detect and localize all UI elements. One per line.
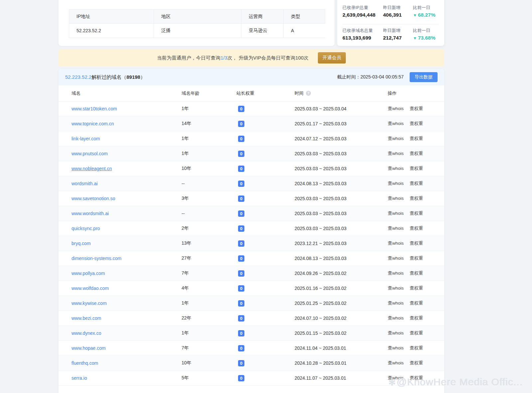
- whois-lookup-link[interactable]: 查whois: [388, 136, 404, 142]
- whois-lookup-link[interactable]: 查whois: [388, 121, 404, 127]
- domain-link[interactable]: www.topnice.com.cn: [71, 121, 114, 126]
- whois-lookup-link[interactable]: 查whois: [388, 315, 404, 321]
- weight-lookup-link[interactable]: 查权重: [410, 285, 423, 291]
- weight-lookup-link[interactable]: 查权重: [410, 136, 423, 142]
- weight-lookup-link[interactable]: 查权重: [410, 106, 423, 112]
- domain-link[interactable]: serra.io: [71, 375, 87, 381]
- table-row: www.bezi.com22年02024.07.10 ~ 2025.03.02查…: [59, 311, 444, 326]
- weight-lookup-link[interactable]: 查权重: [410, 300, 423, 306]
- whois-lookup-link[interactable]: 查whois: [388, 285, 404, 291]
- weight-lookup-link[interactable]: 查权重: [410, 240, 423, 246]
- weight-lookup-link[interactable]: 查权重: [410, 330, 423, 336]
- domain-link[interactable]: www.pnutsol.com: [71, 151, 108, 156]
- whois-lookup-link[interactable]: 查whois: [388, 196, 404, 201]
- weight-lookup-link[interactable]: 查权重: [410, 196, 423, 201]
- whois-lookup-link[interactable]: 查whois: [388, 181, 404, 187]
- weight-badge[interactable]: 0: [238, 106, 244, 112]
- help-icon[interactable]: ?: [306, 91, 311, 96]
- weight-lookup-link[interactable]: 查权重: [410, 166, 423, 172]
- ip-col-header-type: 类型: [284, 10, 326, 23]
- weight-lookup-link[interactable]: 查权重: [410, 375, 423, 381]
- domain-link[interactable]: link-layer.com: [71, 136, 100, 141]
- weight-badge[interactable]: 0: [238, 270, 244, 277]
- domain-age: 10年: [182, 166, 192, 171]
- weight-badge[interactable]: 0: [238, 345, 244, 351]
- whois-lookup-link[interactable]: 查whois: [388, 330, 404, 336]
- domain-link[interactable]: www.wordsmith.ai: [71, 211, 109, 216]
- whois-lookup-link[interactable]: 查whois: [388, 375, 404, 381]
- weight-lookup-link[interactable]: 查权重: [410, 360, 423, 366]
- open-vip-button[interactable]: 开通会员: [318, 52, 346, 64]
- weight-badge[interactable]: 0: [238, 255, 244, 262]
- whois-lookup-link[interactable]: 查whois: [388, 225, 404, 231]
- table-row: wordsmith.ai--02024.08.13 ~ 2025.03.03查w…: [59, 176, 444, 191]
- export-data-button[interactable]: 导出数据: [410, 72, 438, 82]
- resolve-period: 2025.03.03 ~ 2025.03.03: [295, 166, 346, 171]
- domain-link[interactable]: www.hopae.com: [71, 345, 106, 351]
- weight-badge[interactable]: 0: [238, 196, 244, 202]
- quota-link[interactable]: 1/3: [220, 55, 227, 61]
- domain-link[interactable]: www.dynex.co: [71, 330, 101, 336]
- domain-link[interactable]: www.nobleagent.cn: [71, 166, 112, 171]
- domain-link[interactable]: www.bezi.com: [71, 316, 101, 321]
- weight-badge[interactable]: 0: [238, 315, 244, 322]
- weight-lookup-link[interactable]: 查权重: [410, 270, 423, 276]
- table-row: quicksync.pro2年02025.03.03 ~ 2025.03.03查…: [59, 221, 444, 236]
- resolved-domains-card: 52.223.52.2解析过的域名（89198） 截止时间：2025-03-04…: [59, 69, 444, 393]
- weight-badge[interactable]: 0: [238, 375, 244, 381]
- domain-link[interactable]: www.savetonotion.so: [71, 196, 115, 201]
- weight-lookup-link[interactable]: 查权重: [410, 151, 423, 157]
- weight-lookup-link[interactable]: 查权重: [410, 225, 423, 231]
- domain-link[interactable]: wordsmith.ai: [71, 181, 98, 186]
- domain-link[interactable]: quicksync.pro: [71, 226, 100, 231]
- weight-badge[interactable]: 0: [238, 121, 244, 127]
- resolve-period: 2025.03.03 ~ 2025.03.03: [295, 211, 346, 216]
- whois-lookup-link[interactable]: 查whois: [388, 345, 404, 351]
- weight-badge[interactable]: 0: [238, 151, 244, 157]
- stat-label-ip-trend: 比前一日: [413, 5, 439, 10]
- whois-lookup-link[interactable]: 查whois: [388, 151, 404, 157]
- weight-badge[interactable]: 0: [238, 360, 244, 366]
- ip-info-card: IP地址 地区 运营商 类型 52.223.52.2 泛播 亚马逊云 A: [59, 0, 334, 46]
- weight-badge[interactable]: 0: [238, 225, 244, 232]
- whois-lookup-link[interactable]: 查whois: [388, 270, 404, 276]
- whois-lookup-link[interactable]: 查whois: [388, 106, 404, 112]
- col-header-time: 时间?: [295, 90, 388, 96]
- whois-lookup-link[interactable]: 查whois: [388, 300, 404, 306]
- domain-link[interactable]: www.kywise.com: [71, 301, 107, 306]
- domain-link[interactable]: www.wolfdao.com: [71, 286, 109, 291]
- whois-lookup-link[interactable]: 查whois: [388, 240, 404, 246]
- resolve-period: 2024.11.07 ~ 2025.03.01: [295, 375, 346, 381]
- weight-badge[interactable]: 0: [238, 330, 244, 336]
- domain-link[interactable]: dimension-systems.com: [71, 256, 121, 261]
- stat-value-domain-total: 613,193,699: [342, 35, 383, 41]
- domain-link[interactable]: www.pollya.com: [71, 271, 105, 276]
- whois-lookup-link[interactable]: 查whois: [388, 255, 404, 261]
- weight-lookup-link[interactable]: 查权重: [410, 255, 423, 261]
- weight-badge[interactable]: 0: [238, 210, 244, 217]
- weight-lookup-link[interactable]: 查权重: [410, 345, 423, 351]
- weight-lookup-link[interactable]: 查权重: [410, 315, 423, 321]
- domain-age: 7年: [182, 345, 189, 350]
- whois-lookup-link[interactable]: 查whois: [388, 166, 404, 172]
- col-header-weight: 站长权重: [236, 90, 295, 96]
- weight-lookup-link[interactable]: 查权重: [410, 181, 423, 187]
- weight-badge[interactable]: 0: [238, 181, 244, 187]
- resolve-period: 2024.07.12 ~ 2025.03.03: [295, 136, 346, 141]
- table-row: serra.io5年02024.11.07 ~ 2025.03.01查whois…: [59, 371, 444, 386]
- resolve-period: 2023.12.21 ~ 2025.03.03: [295, 241, 346, 246]
- deadline-text: 截止时间：2025-03-04 00:05:57: [337, 74, 404, 80]
- whois-lookup-link[interactable]: 查whois: [388, 360, 404, 366]
- domain-link[interactable]: www.star10token.com: [71, 106, 117, 111]
- weight-badge[interactable]: 0: [238, 285, 244, 292]
- weight-badge[interactable]: 0: [238, 166, 244, 172]
- domain-link[interactable]: fluenthq.com: [71, 360, 98, 366]
- whois-lookup-link[interactable]: 查whois: [388, 210, 404, 216]
- domain-link[interactable]: bryq.com: [71, 241, 91, 246]
- weight-badge[interactable]: 0: [238, 300, 244, 307]
- table-row: www.star10token.com1年02025.03.03 ~ 2025.…: [59, 101, 444, 116]
- weight-lookup-link[interactable]: 查权重: [410, 121, 423, 127]
- weight-lookup-link[interactable]: 查权重: [410, 210, 423, 216]
- weight-badge[interactable]: 0: [238, 136, 244, 142]
- weight-badge[interactable]: 0: [238, 240, 244, 247]
